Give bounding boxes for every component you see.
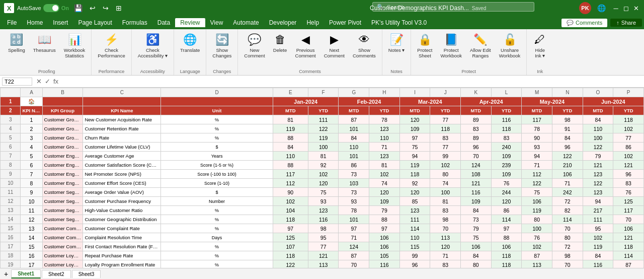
- menu-power-pivot[interactable]: Power Pivot: [324, 18, 366, 27]
- table-cell[interactable]: 14: [21, 233, 42, 242]
- table-cell[interactable]: 3: [21, 133, 42, 143]
- table-cell[interactable]: 71: [339, 233, 369, 242]
- table-cell[interactable]: 100: [522, 224, 552, 233]
- table-cell[interactable]: 110: [339, 143, 369, 152]
- table-cell[interactable]: 83: [613, 179, 644, 188]
- table-cell[interactable]: 100: [430, 188, 461, 197]
- table-cell[interactable]: %: [161, 133, 273, 143]
- table-cell[interactable]: 123: [308, 206, 339, 215]
- table-cell[interactable]: 110: [273, 152, 308, 161]
- table-cell[interactable]: 119: [522, 206, 552, 215]
- table-cell[interactable]: Customer Growth: [42, 133, 83, 143]
- table-cell[interactable]: %: [161, 206, 273, 215]
- table-cell[interactable]: 90: [522, 133, 552, 143]
- table-cell[interactable]: 122: [273, 260, 308, 268]
- table-cell[interactable]: Score (-100 to 100): [161, 170, 273, 179]
- table-cell[interactable]: Loyalty Program Enrollment Rate: [83, 260, 161, 268]
- table-cell[interactable]: 121: [461, 179, 492, 188]
- table-cell[interactable]: 242: [552, 188, 583, 197]
- table-cell[interactable]: 94: [522, 152, 552, 161]
- table-cell[interactable]: Customer Complaint Rate: [83, 224, 161, 233]
- table-cell[interactable]: 84: [583, 251, 613, 260]
- table-cell[interactable]: 111: [399, 215, 430, 224]
- new-comment-button[interactable]: 💬 NewComment: [241, 31, 268, 67]
- table-cell[interactable]: 70: [613, 215, 644, 224]
- table-cell[interactable]: Customer Complaints: [42, 242, 83, 251]
- table-cell[interactable]: Customer Loyalty: [42, 260, 83, 268]
- table-cell[interactable]: 117: [613, 206, 644, 215]
- table-cell[interactable]: 240: [491, 143, 522, 152]
- table-cell[interactable]: Years: [161, 152, 273, 161]
- table-cell[interactable]: 119: [399, 161, 430, 170]
- table-cell[interactable]: 75: [308, 188, 339, 197]
- table-cell[interactable]: 87: [613, 260, 644, 268]
- table-cell[interactable]: Customer Engagement: [42, 161, 83, 170]
- table-cell[interactable]: 106: [522, 197, 552, 206]
- table-cell[interactable]: 244: [491, 188, 522, 197]
- workbook-statistics-button[interactable]: 📊 WorkbookStatistics: [61, 31, 89, 67]
- share-button[interactable]: ↑ Share: [610, 19, 642, 27]
- table-cell[interactable]: 98: [552, 251, 583, 260]
- table-cell[interactable]: 71: [522, 161, 552, 170]
- table-cell[interactable]: 118: [613, 242, 644, 251]
- table-cell[interactable]: 97: [369, 224, 400, 233]
- table-cell[interactable]: 96: [613, 170, 644, 179]
- table-cell[interactable]: 89: [461, 115, 492, 124]
- delete-comment-button[interactable]: 🗑 Delete: [270, 31, 290, 67]
- table-cell[interactable]: 217: [583, 206, 613, 215]
- table-cell[interactable]: 122: [583, 179, 613, 188]
- table-cell[interactable]: 121: [613, 161, 644, 170]
- table-cell[interactable]: 118: [399, 170, 430, 179]
- table-cell[interactable]: Churn Rate: [83, 133, 161, 143]
- table-cell[interactable]: $: [161, 143, 273, 152]
- formula-input[interactable]: [62, 79, 642, 85]
- table-cell[interactable]: 113: [522, 260, 552, 268]
- table-cell[interactable]: 110: [583, 124, 613, 133]
- table-cell[interactable]: 102: [273, 197, 308, 206]
- table-cell[interactable]: 98: [430, 215, 461, 224]
- menu-insert[interactable]: Insert: [48, 18, 73, 27]
- table-cell[interactable]: 120: [399, 115, 430, 124]
- table-cell[interactable]: Average Order Value (AOV): [83, 188, 161, 197]
- table-cell[interactable]: 73: [461, 215, 492, 224]
- table-cell[interactable]: 74: [369, 179, 400, 188]
- table-cell[interactable]: 114: [491, 215, 522, 224]
- table-cell[interactable]: %: [161, 115, 273, 124]
- table-cell[interactable]: 84: [339, 133, 369, 143]
- table-cell[interactable]: 88: [369, 215, 400, 224]
- table-cell[interactable]: 97: [491, 224, 522, 233]
- table-cell[interactable]: 118: [273, 215, 308, 224]
- table-cell[interactable]: 114: [399, 224, 430, 233]
- table-cell[interactable]: 116: [369, 260, 400, 268]
- table-cell[interactable]: 109: [369, 197, 400, 206]
- table-cell[interactable]: Customer Complaints: [42, 224, 83, 233]
- table-cell[interactable]: Complaint Resolution Time: [83, 233, 161, 242]
- table-cell[interactable]: 77: [430, 115, 461, 124]
- table-cell[interactable]: 116: [583, 260, 613, 268]
- table-cell[interactable]: 87: [339, 251, 369, 260]
- table-cell[interactable]: 76: [491, 179, 522, 188]
- table-cell[interactable]: 80: [552, 233, 583, 242]
- table-cell[interactable]: 85: [399, 197, 430, 206]
- table-cell[interactable]: 106: [491, 242, 522, 251]
- table-cell[interactable]: 119: [308, 133, 339, 143]
- table-cell[interactable]: 81: [273, 115, 308, 124]
- table-cell[interactable]: 118: [491, 251, 522, 260]
- table-cell[interactable]: 97: [399, 133, 430, 143]
- table-cell[interactable]: 106: [613, 224, 644, 233]
- menu-page-layout[interactable]: Page Layout: [73, 18, 117, 27]
- undo-button[interactable]: ↩: [88, 3, 98, 13]
- table-cell[interactable]: 113: [430, 233, 461, 242]
- table-cell[interactable]: 106: [369, 233, 400, 242]
- allow-edit-ranges-button[interactable]: ✏️ Allow EditRanges: [467, 31, 494, 67]
- table-cell[interactable]: 83: [430, 133, 461, 143]
- hide-ink-button[interactable]: 🖊 HideInk ▾: [530, 31, 550, 67]
- table-cell[interactable]: 118: [491, 260, 522, 268]
- unshare-workbook-button[interactable]: 🔓 UnshareWorkbook: [496, 31, 524, 67]
- table-cell[interactable]: %: [161, 124, 273, 133]
- table-cell[interactable]: Customer Effort Score (CES): [83, 179, 161, 188]
- table-cell[interactable]: 123: [583, 188, 613, 197]
- table-cell[interactable]: %: [161, 260, 273, 268]
- table-cell[interactable]: 112: [522, 170, 552, 179]
- table-cell[interactable]: 75: [522, 188, 552, 197]
